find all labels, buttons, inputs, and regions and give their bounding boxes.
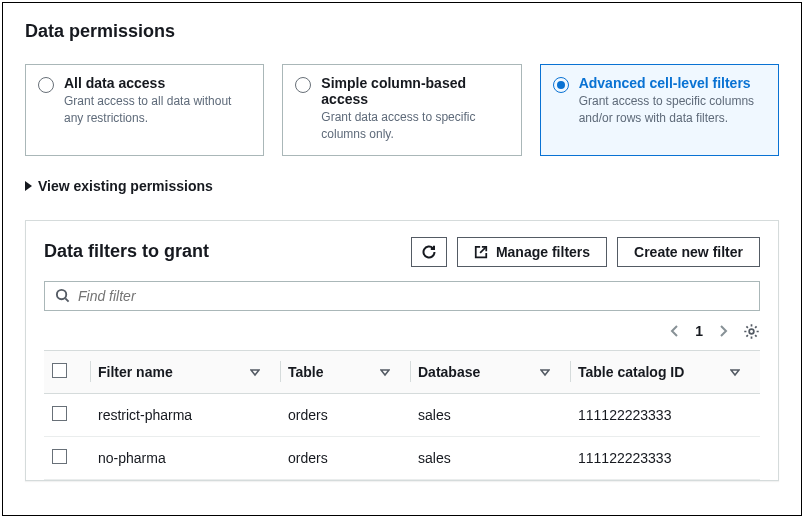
filters-table: Filter name Table Database Table catalog… bbox=[44, 350, 760, 480]
col-table: Table bbox=[288, 364, 324, 380]
row-checkbox[interactable] bbox=[52, 449, 67, 464]
sort-icon[interactable] bbox=[380, 367, 390, 377]
cell-table: orders bbox=[280, 436, 410, 479]
refresh-button[interactable] bbox=[411, 237, 447, 267]
page-prev-button[interactable] bbox=[669, 323, 681, 339]
option-title: Simple column-based access bbox=[321, 75, 508, 107]
option-title: All data access bbox=[64, 75, 251, 91]
cell-catalog: 111122223333 bbox=[570, 436, 760, 479]
cell-filter-name: restrict-pharma bbox=[90, 393, 280, 436]
data-permissions-panel: Data permissions All data access Grant a… bbox=[2, 2, 802, 516]
option-simple-column[interactable]: Simple column-based access Grant data ac… bbox=[282, 64, 521, 156]
caret-right-icon bbox=[25, 181, 32, 191]
button-label: Manage filters bbox=[496, 244, 590, 260]
search-icon bbox=[55, 288, 70, 303]
page-number: 1 bbox=[695, 323, 703, 339]
view-existing-permissions-toggle[interactable]: View existing permissions bbox=[25, 178, 779, 194]
col-database: Database bbox=[418, 364, 480, 380]
access-options: All data access Grant access to all data… bbox=[25, 64, 779, 156]
chevron-left-icon bbox=[669, 323, 681, 339]
cell-database: sales bbox=[410, 436, 570, 479]
radio-icon bbox=[553, 77, 569, 93]
radio-icon bbox=[295, 77, 311, 93]
expand-label: View existing permissions bbox=[38, 178, 213, 194]
cell-database: sales bbox=[410, 393, 570, 436]
data-filters-panel: Data filters to grant Manage filters Cre… bbox=[25, 220, 779, 481]
svg-point-0 bbox=[57, 290, 66, 299]
table-row[interactable]: restrict-pharma orders sales 11112222333… bbox=[44, 393, 760, 436]
cell-table: orders bbox=[280, 393, 410, 436]
filters-header: Data filters to grant Manage filters Cre… bbox=[44, 237, 760, 267]
option-all-data-access[interactable]: All data access Grant access to all data… bbox=[25, 64, 264, 156]
chevron-right-icon bbox=[717, 323, 729, 339]
col-catalog: Table catalog ID bbox=[578, 364, 684, 380]
page-next-button[interactable] bbox=[717, 323, 729, 339]
settings-button[interactable] bbox=[743, 323, 760, 340]
col-filter-name: Filter name bbox=[98, 364, 173, 380]
filters-title: Data filters to grant bbox=[44, 241, 209, 262]
button-label: Create new filter bbox=[634, 244, 743, 260]
option-title: Advanced cell-level filters bbox=[579, 75, 766, 91]
sort-icon[interactable] bbox=[540, 367, 550, 377]
row-checkbox[interactable] bbox=[52, 406, 67, 421]
external-icon bbox=[474, 245, 488, 259]
option-desc: Grant access to specific columns and/or … bbox=[579, 93, 766, 127]
sort-icon[interactable] bbox=[730, 367, 740, 377]
sort-icon[interactable] bbox=[250, 367, 260, 377]
cell-filter-name: no-pharma bbox=[90, 436, 280, 479]
create-filter-button[interactable]: Create new filter bbox=[617, 237, 760, 267]
select-all-checkbox[interactable] bbox=[52, 363, 67, 378]
refresh-icon bbox=[421, 244, 437, 260]
manage-filters-button[interactable]: Manage filters bbox=[457, 237, 607, 267]
panel-title: Data permissions bbox=[25, 21, 779, 42]
search-input-wrapper[interactable] bbox=[44, 281, 760, 311]
cell-catalog: 111122223333 bbox=[570, 393, 760, 436]
gear-icon bbox=[743, 323, 760, 340]
filters-actions: Manage filters Create new filter bbox=[411, 237, 760, 267]
option-desc: Grant data access to specific columns on… bbox=[321, 109, 508, 143]
table-row[interactable]: no-pharma orders sales 111122223333 bbox=[44, 436, 760, 479]
pagination: 1 bbox=[44, 323, 760, 340]
search-input[interactable] bbox=[78, 288, 749, 304]
option-advanced-cell[interactable]: Advanced cell-level filters Grant access… bbox=[540, 64, 779, 156]
svg-point-1 bbox=[749, 329, 754, 334]
radio-icon bbox=[38, 77, 54, 93]
option-desc: Grant access to all data without any res… bbox=[64, 93, 251, 127]
